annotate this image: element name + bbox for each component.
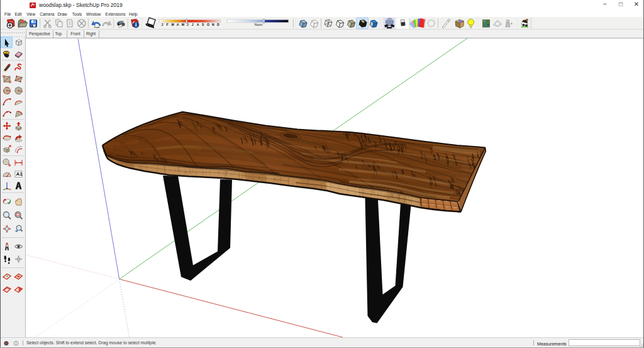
svg-text:M: M (172, 23, 174, 26)
svg-text:A: A (197, 23, 199, 26)
svg-text:J: J (162, 23, 164, 26)
svg-text:N: N (212, 23, 214, 26)
svg-text:O: O (207, 23, 209, 26)
svg-text:J: J (187, 23, 189, 26)
svg-text:J: J (192, 23, 194, 26)
svg-text:A1: A1 (16, 171, 23, 177)
svg-text:F: F (167, 23, 169, 26)
svg-text:S: S (202, 23, 204, 26)
svg-text:Noon: Noon (255, 23, 263, 26)
svg-text:M: M (182, 23, 184, 26)
svg-text:A: A (177, 23, 179, 26)
svg-text:D: D (217, 23, 219, 26)
